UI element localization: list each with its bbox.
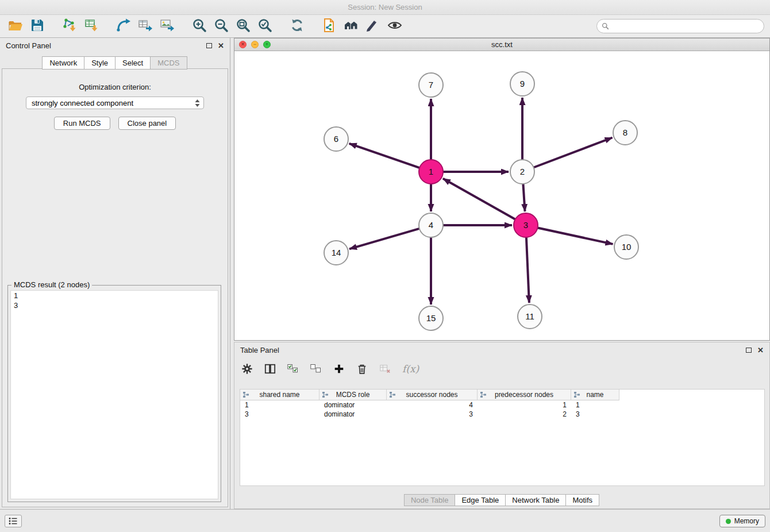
zoom-in-button[interactable]: [188, 17, 210, 36]
minimize-window-icon[interactable]: −: [251, 41, 259, 48]
node-label: 14: [332, 248, 341, 257]
export-image-button[interactable]: [156, 17, 178, 36]
table-body: 1dominator4113dominator323: [240, 400, 764, 419]
edge-3-11[interactable]: [526, 237, 529, 303]
tab-motifs[interactable]: Motifs: [565, 494, 599, 506]
node-8[interactable]: 8: [613, 121, 637, 145]
table-cell: 1: [240, 401, 319, 409]
node-7[interactable]: 7: [419, 73, 443, 97]
memory-button[interactable]: Memory: [719, 515, 765, 527]
new-network-from-selection-button[interactable]: [318, 17, 340, 36]
column-header-shared-name[interactable]: shared name: [240, 390, 319, 400]
node-4[interactable]: 4: [419, 213, 443, 237]
node-15[interactable]: 15: [419, 306, 443, 330]
float-table-panel-icon[interactable]: [746, 348, 752, 353]
node-3[interactable]: 3: [514, 213, 538, 237]
table-row[interactable]: 1dominator411: [240, 400, 764, 410]
column-header-name[interactable]: name: [571, 390, 619, 400]
delete-column-button[interactable]: [356, 361, 368, 377]
save-session-icon: [30, 18, 45, 34]
node-2[interactable]: 2: [510, 160, 534, 184]
network-window-title: scc.txt: [234, 40, 769, 49]
first-neighbors-button[interactable]: [340, 17, 362, 36]
search-input[interactable]: [612, 20, 764, 33]
network-canvas[interactable]: 7968124314101511: [234, 52, 769, 340]
close-panel-icon[interactable]: ✕: [218, 42, 224, 49]
edge-2-3[interactable]: [523, 184, 525, 211]
import-table-disabled-button[interactable]: [379, 361, 391, 377]
annotation-button[interactable]: [362, 17, 384, 36]
edge-2-8[interactable]: [534, 138, 613, 168]
column-header-label: shared name: [259, 391, 299, 399]
open-file-button[interactable]: [5, 17, 26, 36]
column-header-successor-nodes[interactable]: successor nodes: [387, 390, 478, 400]
node-11[interactable]: 11: [518, 304, 542, 329]
tab-select[interactable]: Select: [115, 56, 151, 70]
show-panels-button[interactable]: [5, 515, 22, 527]
save-session-button[interactable]: [26, 17, 48, 36]
columns-button[interactable]: [264, 361, 276, 377]
zoom-out-button[interactable]: [210, 17, 232, 36]
table-cell: 2: [478, 410, 571, 418]
table-cell: 1: [478, 401, 571, 409]
optimization-criterion-value: strongly connected component: [32, 99, 195, 107]
select-all-button[interactable]: [287, 361, 299, 377]
zoom-fit-button[interactable]: [232, 17, 254, 36]
edge-4-14[interactable]: [349, 229, 419, 249]
node-label: 3: [523, 220, 528, 230]
attribute-icon: [480, 391, 487, 400]
tab-network-table[interactable]: Network Table: [505, 494, 566, 506]
add-column-button[interactable]: [333, 361, 345, 377]
function-builder-button[interactable]: f(x): [402, 361, 419, 377]
import-network-file-icon: [62, 18, 77, 34]
export-table-button[interactable]: [134, 17, 156, 36]
maximize-window-icon[interactable]: +: [263, 41, 271, 48]
node-14[interactable]: 14: [324, 241, 348, 265]
float-panel-icon[interactable]: [206, 43, 212, 48]
node-label: 10: [622, 242, 632, 252]
gear-button[interactable]: [241, 361, 253, 377]
tab-edge-table[interactable]: Edge Table: [455, 494, 506, 506]
application-window: Session: New Session Control Panel ✕ Net…: [0, 0, 770, 532]
edge-1-6[interactable]: [349, 144, 420, 168]
control-panel: Control Panel ✕ NetworkStyleSelectMCDS O…: [0, 38, 230, 509]
network-window: ✕ − + scc.txt 7968124314101511: [234, 38, 770, 341]
node-9[interactable]: 9: [510, 72, 534, 96]
memory-button-label: Memory: [734, 517, 759, 525]
import-table-file-button[interactable]: [80, 17, 102, 36]
deselect-all-button[interactable]: [310, 361, 322, 377]
node-10[interactable]: 10: [614, 235, 638, 259]
column-header-mcds-role[interactable]: MCDS role: [319, 390, 387, 400]
tab-node-table[interactable]: Node Table: [404, 494, 456, 506]
node-6[interactable]: 6: [324, 127, 348, 151]
node-label: 1: [429, 167, 433, 176]
attribute-icon: [573, 391, 580, 400]
edge-3-1[interactable]: [443, 179, 515, 219]
window-title: Session: New Session: [348, 3, 422, 11]
tab-style[interactable]: Style: [84, 56, 116, 70]
edge-3-10[interactable]: [538, 228, 613, 244]
table-row[interactable]: 3dominator323: [240, 410, 764, 419]
table-toolbar: f(x): [241, 357, 419, 380]
window-titlebar[interactable]: Session: New Session: [0, 0, 770, 15]
table-panel-tabs: Node TableEdge TableNetwork TableMotifs: [234, 494, 769, 506]
import-table-disabled-icon: [379, 363, 391, 375]
close-table-panel-icon[interactable]: ✕: [757, 346, 764, 354]
mcds-result-list[interactable]: 13: [10, 290, 218, 499]
export-network-button[interactable]: [113, 17, 134, 36]
column-header-predecessor-nodes[interactable]: predecessor nodes: [478, 390, 571, 400]
refresh-button[interactable]: [286, 17, 308, 36]
run-mcds-button[interactable]: Run MCDS: [54, 117, 110, 130]
tab-mcds[interactable]: MCDS: [150, 56, 187, 70]
close-window-icon[interactable]: ✕: [239, 41, 247, 48]
optimization-criterion-select[interactable]: strongly connected component: [26, 97, 204, 109]
close-panel-button[interactable]: Close panel: [118, 117, 176, 130]
show-hide-button[interactable]: [384, 17, 406, 36]
table-cell: 3: [387, 410, 478, 418]
zoom-selected-button[interactable]: [254, 17, 276, 36]
node-1[interactable]: 1: [419, 160, 443, 184]
import-network-file-button[interactable]: [59, 17, 80, 36]
network-window-titlebar[interactable]: ✕ − + scc.txt: [234, 38, 769, 51]
table-cell: dominator: [319, 410, 387, 418]
tab-network[interactable]: Network: [42, 56, 84, 70]
